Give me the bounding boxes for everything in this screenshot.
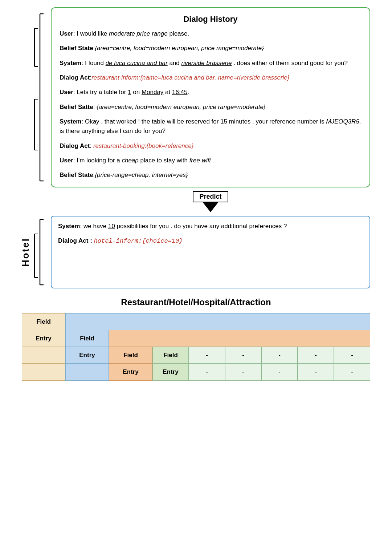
skip-cell-1 — [22, 347, 65, 364]
speaker-system2: System — [60, 118, 81, 125]
speaker-system1: System — [60, 60, 81, 66]
skip-cell-2 — [22, 363, 65, 381]
time-1645: 16:45 — [172, 89, 188, 96]
dialog-act-1-text: restaurant-inform:{name=luca cucina and … — [91, 74, 289, 81]
speaker-user1: User — [60, 30, 73, 37]
dialog-section: Dialog History User: I would like modera… — [51, 7, 370, 187]
restaurant-domain: Restaurant — [22, 7, 51, 187]
dash-cell-8: - — [261, 363, 298, 381]
dialog-entry-user2: User: Lets try a table for 1 on Monday a… — [60, 88, 362, 97]
table-visualization: Field Entry Field Entry Field — [22, 313, 370, 408]
main-container: Restaurant Dialog History User: I would … — [22, 7, 370, 408]
entry-cell-orange-1: Entry — [109, 363, 152, 381]
predict-arrow: Predict — [193, 191, 228, 212]
skip-cell-3 — [65, 363, 109, 381]
dash-cell-9: - — [298, 363, 334, 381]
entry-cell-green: Entry — [152, 363, 189, 381]
possibilities-10: 10 — [108, 223, 115, 230]
day-monday: Monday — [142, 89, 163, 96]
hotel-system-text: System: we have 10 possibilities for you… — [58, 222, 363, 231]
arrow-down-icon — [203, 202, 219, 212]
hotel-section: Hotel System: we have 10 possibilities f… — [22, 216, 370, 288]
dialog-title: Dialog History — [60, 15, 362, 24]
field-cell-blue-1: Field — [65, 330, 109, 347]
dialog-entry-system2: System: Okay , that worked ! the table w… — [60, 117, 362, 136]
belief-state-3-text: {price-range=cheap, internet=yes} — [95, 171, 188, 178]
speaker-belief2: Belief Satte — [60, 104, 93, 110]
table-layer-3: Entry Field Field - - - - - — [22, 347, 370, 364]
predict-section: Predict — [51, 191, 370, 212]
price-cheap: cheap — [122, 157, 138, 164]
hotel-dialog-act: Dialog Act : hotel-inform:{choice=10} — [58, 236, 363, 246]
hotel-label: Hotel — [20, 238, 31, 267]
dialog-outer: Restaurant Dialog History User: I would … — [22, 7, 370, 187]
table-layer-4: Entry Entry - - - - - — [22, 363, 370, 381]
entry-cell-blue-1: Entry — [65, 347, 109, 364]
dialog-entry-act1: Dialog Act:restaurant-inform:{name=luca … — [60, 73, 362, 82]
highlight-moderate-price: moderate price range — [109, 30, 168, 37]
speaker-user2: User — [60, 89, 73, 96]
dialog-entry-system1: System: I found de luca cucina and bar a… — [60, 58, 362, 68]
speaker-hotel-system: System — [58, 223, 80, 230]
speaker-user3: User — [60, 157, 73, 164]
dash-cell-6: - — [189, 363, 225, 381]
restaurant-bracket-svg — [27, 8, 45, 186]
dialog-entry-user1: User: I would like moderate price range … — [60, 29, 362, 39]
table-layer-1: Field — [22, 313, 370, 331]
speaker-act1: Dialog Act — [60, 74, 90, 81]
dash-cell-3: - — [261, 347, 298, 364]
dash-cell-2: - — [225, 347, 261, 364]
hotel-bracket-container: Hotel — [22, 216, 51, 288]
predict-label: Predict — [193, 191, 228, 202]
dash-cell-10: - — [334, 363, 370, 381]
dialog-entry-user3: User: I'm looking for a cheap place to s… — [60, 156, 362, 165]
speaker-belief3: Belief State — [60, 171, 93, 178]
dash-cell-7: - — [225, 363, 261, 381]
dialog-box: Dialog History User: I would like modera… — [51, 7, 370, 187]
table-layer-2: Entry Field — [22, 330, 370, 347]
dash-cell-1: - — [189, 347, 225, 364]
speaker-act2: Dialog Act — [60, 142, 90, 149]
belief-state-1-text: {area=centre, food=modern european, pric… — [95, 45, 264, 52]
dialog-entry-belief3: Belief State:{price-range=cheap, interne… — [60, 170, 362, 180]
reference-number: MJEOQ3R5 — [326, 118, 359, 125]
field-cell-yellow-1: Field — [22, 313, 65, 331]
hotel-box: System: we have 10 possibilities for you… — [51, 216, 370, 288]
table-title: Restaurant/Hotel/Hospital/Attraction — [22, 297, 370, 307]
minutes-15: 15 — [220, 118, 227, 125]
dash-cell-4: - — [298, 347, 334, 364]
belief-state-2-text: {area=centre, food=modern european, pric… — [97, 104, 265, 110]
dialog-entry-act2: Dialog Act: restaurant-booking:{book=ref… — [60, 141, 362, 151]
field-cell-green: Field — [152, 347, 189, 364]
speaker-belief1: Belief State — [60, 45, 93, 52]
restaurant-name-1: de luca cucina and bar — [106, 60, 168, 66]
dash-cell-5: - — [334, 347, 370, 364]
hotel-act-text: hotel-inform:{choice=10} — [94, 238, 183, 244]
speaker-hotel-act: Dialog Act : — [58, 237, 92, 244]
entry-cell-yellow-1: Entry — [22, 330, 65, 347]
dialog-entry-belief2: Belief Satte: {area=centre, food=modern … — [60, 102, 362, 112]
field-cell-orange-1: Field — [109, 347, 152, 364]
table-count: 1 — [128, 89, 131, 96]
orange-bar-1 — [109, 330, 370, 347]
table-section: Restaurant/Hotel/Hospital/Attraction Fie… — [22, 297, 370, 408]
dialog-act-2-text: restaurant-booking:{book=reference} — [93, 142, 193, 149]
blue-bar-1 — [65, 313, 370, 331]
restaurant-name-2: riverside brasserie — [181, 60, 232, 66]
wifi-free: free wifi — [189, 157, 211, 164]
dialog-entry-belief1: Belief State:{area=centre, food=modern e… — [60, 44, 362, 53]
